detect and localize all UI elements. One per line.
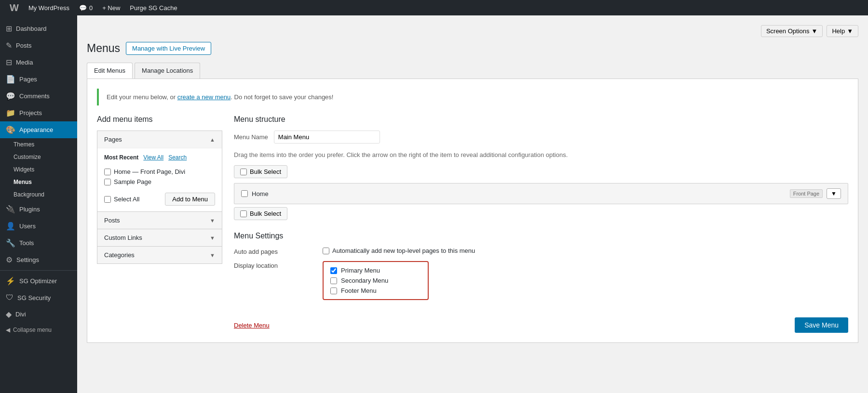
primary-menu-label[interactable]: Primary Menu xyxy=(330,267,421,274)
pages-accordion-arrow-icon: ▲ xyxy=(210,137,215,143)
sidebar-item-divi[interactable]: ◆ Divi xyxy=(0,306,77,323)
sidebar-item-projects[interactable]: 📁 Projects xyxy=(0,105,77,121)
sidebar-item-users[interactable]: 👤 Users xyxy=(0,218,77,235)
sidebar-projects-label: Projects xyxy=(19,109,42,117)
notice-suffix: . Do not forget to save your changes! xyxy=(231,93,333,101)
help-button[interactable]: Help ▼ xyxy=(827,25,858,37)
menu-structure-panel: Menu structure Menu Name Drag the items … xyxy=(234,115,848,333)
appearance-submenu: Themes Customize Widgets Menus Backgroun… xyxy=(0,138,77,201)
sidebar-divi-label: Divi xyxy=(15,311,26,318)
sidebar-item-sg-security[interactable]: 🛡 SG Security xyxy=(0,289,77,306)
sidebar-sub-background[interactable]: Background xyxy=(0,188,77,201)
primary-menu-checkbox[interactable] xyxy=(330,267,337,274)
page-sample-label: Sample Page xyxy=(114,178,151,185)
menu-name-input[interactable] xyxy=(274,131,380,144)
add-to-menu-button[interactable]: Add to Menu xyxy=(165,193,215,206)
posts-icon: ✎ xyxy=(6,41,12,50)
sidebar-dashboard-label: Dashboard xyxy=(16,25,47,32)
comments-icon: 💬 xyxy=(6,92,15,101)
pages-accordion-header[interactable]: Pages ▲ xyxy=(97,131,222,148)
bulk-select-bottom-checkbox[interactable] xyxy=(240,210,247,217)
menu-settings-heading: Menu Settings xyxy=(234,232,848,240)
menu-item-home-checkbox[interactable] xyxy=(241,190,248,197)
page-home-checkbox[interactable] xyxy=(104,169,111,175)
sidebar-item-appearance[interactable]: 🎨 Appearance xyxy=(0,121,77,138)
adminbar-purge[interactable]: Purge SG Cache xyxy=(125,0,182,15)
auto-add-value: Automatically add new top-level pages to… xyxy=(323,247,848,256)
categories-accordion-header[interactable]: Categories ▼ xyxy=(97,247,222,263)
filter-tab-view-all[interactable]: View All xyxy=(143,154,163,161)
divi-icon: ◆ xyxy=(6,310,12,319)
two-col-layout: Add menu items Pages ▲ Most Recent View … xyxy=(97,115,848,333)
bulk-select-checkbox[interactable] xyxy=(240,169,247,175)
plugins-icon: 🔌 xyxy=(6,205,15,214)
notice-link[interactable]: create a new menu xyxy=(177,93,231,101)
drag-help-text: Drag the items into the order you prefer… xyxy=(234,151,848,158)
bulk-select-button-bottom[interactable]: Bulk Select xyxy=(234,207,287,220)
auto-add-checkbox[interactable] xyxy=(323,248,329,254)
menu-footer: Delete Menu Save Menu xyxy=(234,312,848,333)
categories-accordion: Categories ▼ xyxy=(97,247,222,264)
pages-accordion-label: Pages xyxy=(104,136,122,143)
filter-tab-search[interactable]: Search xyxy=(168,154,187,161)
tab-manage-locations[interactable]: Manage Locations xyxy=(135,63,200,79)
dashboard-icon: ⊞ xyxy=(6,24,12,33)
sidebar-sub-customize[interactable]: Customize xyxy=(0,151,77,163)
footer-menu-checkbox[interactable] xyxy=(330,288,337,294)
bulk-select-label: Bulk Select xyxy=(250,168,281,175)
adminbar-site[interactable]: My WordPress xyxy=(24,0,74,15)
tabs: Edit Menus Manage Locations xyxy=(87,63,858,79)
sidebar-item-comments[interactable]: 💬 Comments xyxy=(0,88,77,105)
sidebar-posts-label: Posts xyxy=(16,42,32,49)
select-all-checkbox[interactable] xyxy=(104,196,111,203)
sidebar-item-settings[interactable]: ⚙ Settings xyxy=(0,251,77,268)
tab-edit-menus[interactable]: Edit Menus xyxy=(87,63,133,79)
list-item: Sample Page xyxy=(104,177,215,187)
sidebar-sub-widgets[interactable]: Widgets xyxy=(0,163,77,176)
page-sample-checkbox[interactable] xyxy=(104,179,111,185)
adminbar-new[interactable]: + New xyxy=(97,0,125,15)
adminbar-site-label: My WordPress xyxy=(28,4,69,12)
adminbar-comments[interactable]: 💬 0 xyxy=(74,0,97,15)
custom-links-accordion-header[interactable]: Custom Links ▼ xyxy=(97,229,222,246)
sidebar-item-sg-optimizer[interactable]: ⚡ SG Optimizer xyxy=(0,273,77,289)
sidebar-item-dashboard[interactable]: ⊞ Dashboard xyxy=(0,20,77,37)
live-preview-button[interactable]: Manage with Live Preview xyxy=(126,42,211,55)
auto-add-description: Automatically add new top-level pages to… xyxy=(332,247,475,254)
adminbar-logo[interactable]: W xyxy=(5,0,24,15)
sidebar-sub-menus[interactable]: Menus xyxy=(0,176,77,188)
bulk-select-button[interactable]: Bulk Select xyxy=(234,165,287,178)
notice-prefix: Edit your menu below, or xyxy=(107,93,177,101)
add-to-menu-label: Add to Menu xyxy=(172,196,208,203)
custom-links-arrow-icon: ▼ xyxy=(210,235,215,241)
sidebar-item-posts[interactable]: ✎ Posts xyxy=(0,37,77,54)
menu-item-home-expand-button[interactable]: ▼ xyxy=(827,188,841,199)
auto-add-checkbox-label[interactable]: Automatically add new top-level pages to… xyxy=(323,247,848,254)
sidebar-item-plugins[interactable]: 🔌 Plugins xyxy=(0,201,77,218)
help-arrow-icon: ▼ xyxy=(847,27,853,35)
delete-menu-link[interactable]: Delete Menu xyxy=(234,322,270,329)
sidebar-item-pages[interactable]: 📄 Pages xyxy=(0,71,77,88)
live-preview-label: Manage with Live Preview xyxy=(132,45,205,52)
secondary-menu-checkbox[interactable] xyxy=(330,277,337,284)
sidebar-sub-themes[interactable]: Themes xyxy=(0,138,77,151)
footer-menu-label[interactable]: Footer Menu xyxy=(330,287,421,294)
sidebar-item-tools[interactable]: 🔧 Tools xyxy=(0,235,77,251)
add-menu-items-panel: Add menu items Pages ▲ Most Recent View … xyxy=(97,115,222,264)
filter-tab-most-recent[interactable]: Most Recent xyxy=(104,154,138,161)
sidebar: ⊞ Dashboard ✎ Posts ⊟ Media 📄 Pages 💬 Co… xyxy=(0,15,77,393)
filter-tabs: Most Recent View All Search xyxy=(104,154,215,161)
page-header: Menus Manage with Live Preview xyxy=(87,42,858,55)
display-location-value: Primary Menu Secondary Menu Footer Menu xyxy=(323,261,848,300)
posts-accordion-header[interactable]: Posts ▼ xyxy=(97,212,222,229)
secondary-menu-label[interactable]: Secondary Menu xyxy=(330,277,421,284)
content-area: Edit your menu below, or create a new me… xyxy=(87,79,858,343)
sidebar-users-label: Users xyxy=(19,223,36,230)
select-all-label[interactable]: Select All xyxy=(104,196,139,203)
collapse-menu[interactable]: ◀ Collapse menu xyxy=(0,323,77,337)
save-menu-button[interactable]: Save Menu xyxy=(795,317,848,333)
sidebar-item-media[interactable]: ⊟ Media xyxy=(0,54,77,71)
screen-options-button[interactable]: Screen Options ▼ xyxy=(761,25,823,37)
sidebar-divider xyxy=(0,270,77,271)
bulk-select-bottom-label: Bulk Select xyxy=(250,210,281,217)
